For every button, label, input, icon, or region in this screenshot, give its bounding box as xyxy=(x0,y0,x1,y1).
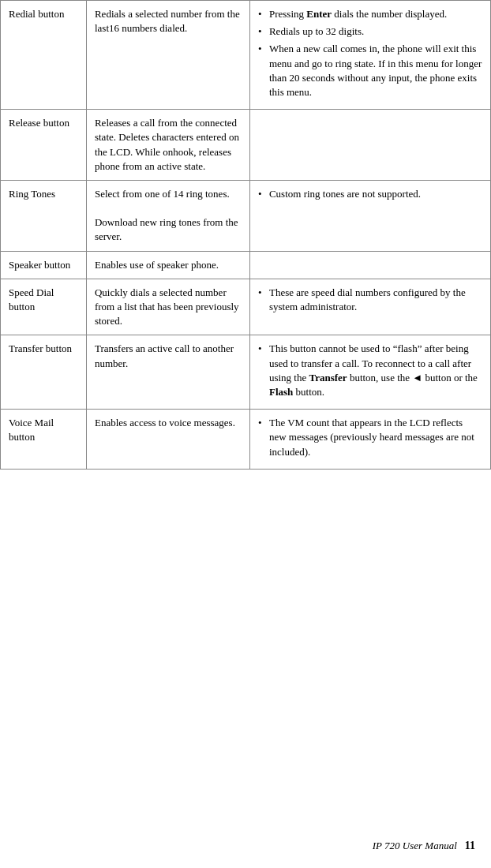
row-notes: These are speed dial numbers configured … xyxy=(249,279,490,335)
row-notes xyxy=(249,251,490,279)
table-row: Release button Releases a call from the … xyxy=(1,110,491,181)
row-notes: Custom ring tones are not supported. xyxy=(249,180,490,251)
feature-table: Redial button Redials a selected number … xyxy=(0,0,491,470)
table-row: Redial button Redials a selected number … xyxy=(1,1,491,110)
table-row: Transfer button Transfers an active call… xyxy=(1,335,491,410)
row-description: Releases a call from the connected state… xyxy=(86,110,249,181)
page-content: Redial button Redials a selected number … xyxy=(0,0,491,517)
table-row: Speed Dial button Quickly dials a select… xyxy=(1,279,491,335)
row-label: Ring Tones xyxy=(1,180,87,251)
page-footer: IP 720 User Manual 11 xyxy=(373,840,475,852)
row-label: Speaker button xyxy=(1,251,87,279)
row-description: Transfers an active call to another numb… xyxy=(86,335,249,410)
row-label: Transfer button xyxy=(1,335,87,410)
footer-page: 11 xyxy=(465,840,475,852)
row-description: Select from one of 14 ring tones. Downlo… xyxy=(86,180,249,251)
table-row: Speaker button Enables use of speaker ph… xyxy=(1,251,491,279)
row-label: Redial button xyxy=(1,1,87,110)
row-description: Quickly dials a selected number from a l… xyxy=(86,279,249,335)
row-notes: This button cannot be used to “flash” af… xyxy=(249,335,490,410)
row-label: Voice Mail button xyxy=(1,410,87,470)
row-description: Enables access to voice messages. xyxy=(86,410,249,470)
row-label: Speed Dial button xyxy=(1,279,87,335)
footer-title: IP 720 User Manual xyxy=(373,840,457,852)
row-description: Enables use of speaker phone. xyxy=(86,251,249,279)
row-notes: The VM count that appears in the LCD ref… xyxy=(249,410,490,470)
row-notes: Pressing Enter dials the number displaye… xyxy=(249,1,490,110)
row-description: Redials a selected number from the last1… xyxy=(86,1,249,110)
row-notes xyxy=(249,110,490,181)
table-row: Voice Mail button Enables access to voic… xyxy=(1,410,491,470)
row-label: Release button xyxy=(1,110,87,181)
table-row: Ring Tones Select from one of 14 ring to… xyxy=(1,180,491,251)
